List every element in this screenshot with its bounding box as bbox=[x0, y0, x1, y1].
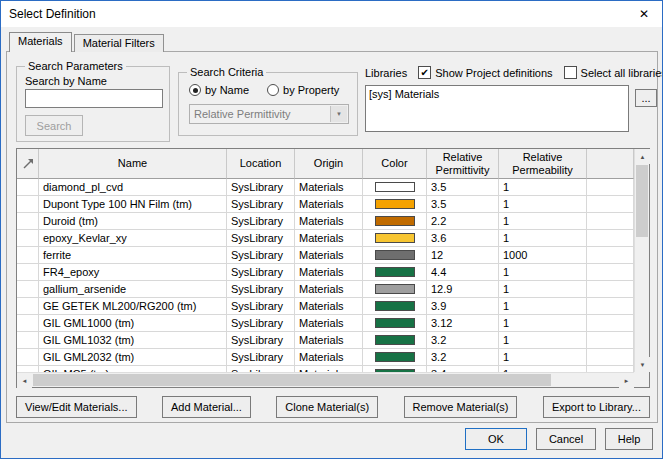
column-header-permittivity[interactable]: Relative Permittivity bbox=[427, 149, 499, 179]
cell-relative-permittivity: 3.2 bbox=[427, 332, 499, 349]
table-row[interactable]: epoxy_Kevlar_xySysLibraryMaterials3.61 bbox=[17, 230, 634, 247]
libraries-label: Libraries bbox=[365, 67, 407, 79]
column-header-permeability[interactable]: Relative Permeability bbox=[499, 149, 587, 179]
cell-color bbox=[363, 281, 427, 298]
cell-name: Duroid (tm) bbox=[39, 213, 227, 230]
search-button[interactable]: Search bbox=[25, 115, 83, 136]
search-criteria-group: Search Criteria by Name by Property Rela… bbox=[178, 66, 358, 136]
cell-origin: Materials bbox=[295, 332, 363, 349]
table-row[interactable]: Dupont Type 100 HN Film (tm)SysLibraryMa… bbox=[17, 196, 634, 213]
by-property-radio[interactable] bbox=[267, 84, 279, 96]
cell-origin: Materials bbox=[295, 196, 363, 213]
cell-relative-permittivity: 3.6 bbox=[427, 230, 499, 247]
column-header-location[interactable]: Location bbox=[227, 149, 295, 179]
materials-table: Name Location Origin Color Relative Perm… bbox=[16, 148, 650, 388]
libraries-list[interactable]: [sys] Materials bbox=[365, 85, 629, 132]
row-selector-cell[interactable] bbox=[17, 264, 39, 281]
horizontal-scrollbar-thumb[interactable] bbox=[33, 374, 551, 386]
tab-materials[interactable]: Materials bbox=[9, 32, 72, 52]
by-name-label: by Name bbox=[205, 84, 249, 96]
table-row[interactable]: gallium_arsenideSysLibraryMaterials12.91 bbox=[17, 281, 634, 298]
cell-origin: Materials bbox=[295, 298, 363, 315]
cell-relative-permeability: 1 bbox=[499, 315, 587, 332]
scroll-up-icon[interactable]: ▲ bbox=[635, 149, 650, 164]
scroll-right-icon[interactable]: ► bbox=[619, 373, 634, 388]
cell-filler bbox=[587, 281, 634, 298]
materials-tab-page: Search Parameters Search by Name Search … bbox=[6, 51, 658, 423]
color-swatch bbox=[375, 318, 415, 328]
row-selector-cell[interactable] bbox=[17, 213, 39, 230]
row-selector-cell[interactable] bbox=[17, 230, 39, 247]
table-row[interactable]: FR4_epoxySysLibraryMaterials4.41 bbox=[17, 264, 634, 281]
remove-material-button[interactable]: Remove Material(s) bbox=[404, 396, 518, 418]
help-button[interactable]: Help bbox=[605, 428, 653, 450]
title-bar: Select Definition ✕ bbox=[1, 1, 662, 27]
cell-color bbox=[363, 179, 427, 196]
add-material-button[interactable]: Add Material... bbox=[162, 396, 251, 418]
vertical-scrollbar[interactable]: ▲ ▼ bbox=[634, 149, 649, 372]
view-edit-materials-button[interactable]: View/Edit Materials... bbox=[16, 396, 137, 418]
close-icon[interactable]: ✕ bbox=[626, 1, 662, 27]
row-selector-cell[interactable] bbox=[17, 315, 39, 332]
select-definition-dialog: Select Definition ✕ Materials Material F… bbox=[0, 0, 663, 459]
horizontal-scrollbar[interactable]: ◄ ► bbox=[17, 372, 634, 387]
tab-material-filters[interactable]: Material Filters bbox=[74, 34, 164, 52]
library-list-item[interactable]: [sys] Materials bbox=[369, 87, 625, 101]
table-row[interactable]: GIL GML1032 (tm)SysLibraryMaterials3.21 bbox=[17, 332, 634, 349]
ok-button[interactable]: OK bbox=[465, 428, 527, 450]
column-header-color[interactable]: Color bbox=[363, 149, 427, 179]
show-project-definitions-label: Show Project definitions bbox=[435, 67, 552, 79]
export-to-library-button[interactable]: Export to Library... bbox=[543, 396, 650, 418]
cell-origin: Materials bbox=[295, 281, 363, 298]
search-by-name-input[interactable] bbox=[25, 89, 163, 108]
cell-filler bbox=[587, 179, 634, 196]
cell-relative-permeability: 1 bbox=[499, 196, 587, 213]
cell-origin: Materials bbox=[295, 315, 363, 332]
table-header-row: Name Location Origin Color Relative Perm… bbox=[17, 149, 634, 179]
show-project-definitions-checkbox[interactable]: ✔ bbox=[418, 66, 431, 79]
row-selector-cell[interactable] bbox=[17, 179, 39, 196]
chevron-down-icon[interactable]: ▼ bbox=[330, 106, 347, 122]
footer-button-row: OK Cancel Help bbox=[465, 428, 653, 450]
column-header-name[interactable]: Name bbox=[39, 149, 227, 179]
cell-filler bbox=[587, 315, 634, 332]
cell-name: epoxy_Kevlar_xy bbox=[39, 230, 227, 247]
row-selector-cell[interactable] bbox=[17, 281, 39, 298]
scroll-down-icon[interactable]: ▼ bbox=[635, 357, 650, 372]
cancel-button[interactable]: Cancel bbox=[536, 428, 596, 450]
row-selector-cell[interactable] bbox=[17, 247, 39, 264]
select-all-libraries-label: Select all libraries bbox=[581, 67, 663, 79]
row-selector-cell[interactable] bbox=[17, 298, 39, 315]
scroll-left-icon[interactable]: ◄ bbox=[17, 373, 32, 388]
cell-location: SysLibrary bbox=[227, 230, 295, 247]
vertical-scrollbar-thumb[interactable] bbox=[636, 165, 648, 237]
libraries-header: Libraries ✔ Show Project definitions Sel… bbox=[365, 66, 657, 79]
property-dropdown[interactable]: Relative Permittivity ▼ bbox=[189, 104, 349, 124]
column-header-origin[interactable]: Origin bbox=[295, 149, 363, 179]
table-row[interactable]: GIL GML2032 (tm)SysLibraryMaterials3.21 bbox=[17, 349, 634, 366]
row-selector-cell[interactable] bbox=[17, 332, 39, 349]
browse-libraries-button[interactable]: ... bbox=[635, 89, 657, 107]
cell-relative-permeability: 1 bbox=[499, 332, 587, 349]
cell-relative-permittivity: 3.5 bbox=[427, 179, 499, 196]
row-selector-cell[interactable] bbox=[17, 196, 39, 213]
cell-relative-permittivity: 4.4 bbox=[427, 264, 499, 281]
sort-header-cell[interactable] bbox=[17, 149, 39, 179]
cell-location: SysLibrary bbox=[227, 247, 295, 264]
table-row[interactable]: ferriteSysLibraryMaterials121000 bbox=[17, 247, 634, 264]
color-swatch bbox=[375, 216, 415, 226]
cell-name: gallium_arsenide bbox=[39, 281, 227, 298]
table-row[interactable]: GIL GML1000 (tm)SysLibraryMaterials3.121 bbox=[17, 315, 634, 332]
cell-name: GIL GML2032 (tm) bbox=[39, 349, 227, 366]
cell-filler bbox=[587, 349, 634, 366]
table-row[interactable]: GE GETEK ML200/RG200 (tm)SysLibraryMater… bbox=[17, 298, 634, 315]
cell-color bbox=[363, 264, 427, 281]
table-row[interactable]: Duroid (tm)SysLibraryMaterials2.21 bbox=[17, 213, 634, 230]
cell-relative-permeability: 1 bbox=[499, 298, 587, 315]
row-selector-cell[interactable] bbox=[17, 349, 39, 366]
table-row[interactable]: diamond_pl_cvdSysLibraryMaterials3.51 bbox=[17, 179, 634, 196]
clone-material-button[interactable]: Clone Material(s) bbox=[276, 396, 378, 418]
select-all-libraries-checkbox[interactable] bbox=[564, 66, 577, 79]
by-name-radio[interactable] bbox=[189, 84, 201, 96]
cell-filler bbox=[587, 247, 634, 264]
